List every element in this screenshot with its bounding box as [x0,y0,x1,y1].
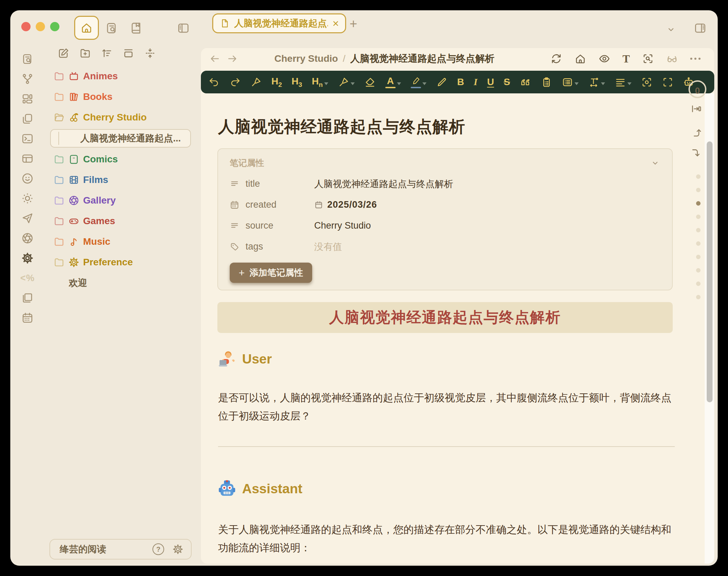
toggle-right-panel-button[interactable] [694,22,707,35]
eye-icon[interactable] [599,53,610,65]
outline-dot[interactable] [696,215,701,219]
outline-dot[interactable] [696,174,701,179]
back-button[interactable] [209,53,221,65]
code-snippet-icon[interactable]: <% [20,272,35,284]
notebook-button[interactable] [129,22,143,35]
outline-dot[interactable] [696,255,701,259]
home-icon[interactable] [575,53,586,65]
redo-button[interactable] [229,77,241,88]
calendar-icon[interactable] [21,312,34,324]
glasses-icon[interactable] [666,53,678,65]
focus-mode-button[interactable] [641,77,652,88]
gear-icon[interactable] [172,544,183,555]
scrollbar-thumb[interactable] [707,141,713,402]
sidebar-item-preference[interactable]: Preference [49,252,193,273]
zoom-window-button[interactable] [50,22,59,31]
close-window-button[interactable] [21,22,31,31]
underline-button[interactable]: U [487,77,494,87]
breadcrumb-notebook[interactable]: Cherry Studio [274,53,338,64]
terminal-icon[interactable] [21,133,34,145]
more-icon[interactable] [690,58,701,60]
outline-dot[interactable] [696,241,701,246]
theme-icon[interactable] [21,192,34,205]
outline-dot-active[interactable] [696,201,701,206]
format-painter-button[interactable] [250,77,262,88]
search-notes-button[interactable] [105,22,118,35]
layout-icon[interactable] [21,152,34,165]
sidebar-item-books[interactable]: Books [49,87,193,107]
home-button[interactable] [74,16,99,40]
attribute-value[interactable]: Cherry Studio [314,220,371,231]
italic-button[interactable]: I [474,77,477,87]
attribute-row-tags[interactable]: tags 没有值 [230,236,660,257]
quote-button[interactable] [520,77,531,88]
typography-icon[interactable]: T [623,53,630,65]
chevron-down-icon[interactable] [650,158,660,168]
bold-button[interactable]: B [457,77,464,87]
text-spacing-button[interactable] [588,77,605,88]
document-title[interactable]: 人脑视觉神经通路起点与终点解析 [218,116,465,138]
line-height-button[interactable] [615,77,632,88]
sidebar-item-comics[interactable]: Comics [49,149,193,170]
sort-icon[interactable] [101,47,113,59]
outline-dot[interactable] [696,295,701,299]
page-width-button[interactable] [690,103,703,115]
attribute-row-title[interactable]: title 人脑视觉神经通路起点与终点解析 [230,173,660,194]
new-tab-button[interactable]: + [350,17,357,30]
forward-button[interactable] [226,53,238,65]
highlight-button[interactable] [411,76,426,88]
collapse-all-icon[interactable] [144,47,156,59]
ink-pen-button[interactable] [436,77,447,88]
outline-dot[interactable] [696,268,701,273]
sidebar-note-selected[interactable]: 人脑视觉神经通路起点... [50,129,191,148]
heading-n-button[interactable]: Hn [312,77,328,88]
aperture-icon[interactable] [21,232,34,244]
compose-icon[interactable] [58,47,69,59]
help-icon[interactable]: ? [152,543,164,555]
sidebar-item-gallery[interactable]: Gallery [49,190,193,211]
dashboard-icon[interactable] [21,93,34,105]
sidebar-item-music[interactable]: Music [49,231,193,252]
add-attribute-button[interactable]: + 添加笔记属性 [230,263,312,283]
settings-icon[interactable] [21,252,34,264]
search-focus-icon[interactable] [642,53,654,65]
outline-dot[interactable] [696,281,701,286]
toggle-left-panel-button[interactable] [177,22,190,35]
attribute-value[interactable]: 人脑视觉神经通路起点与终点解析 [314,178,453,190]
tab-active-note[interactable]: 人脑视觉神经通路起点... × [212,13,346,33]
outline-dot[interactable] [696,188,701,192]
emoji-icon[interactable] [21,172,34,185]
style-brush-button[interactable] [338,77,355,88]
heading3-button[interactable]: H3 [292,77,302,88]
strikethrough-button[interactable]: S [504,77,510,87]
sidebar-item-animes[interactable]: Animes [49,66,193,87]
send-icon[interactable] [21,212,34,224]
copy-icon[interactable] [21,113,34,125]
sidebar-item-games[interactable]: Games [49,211,193,231]
graph-icon[interactable] [21,73,34,85]
attribute-value-empty[interactable]: 没有值 [314,241,342,253]
floating-counter-badge[interactable]: 0 [689,80,706,98]
outline-dot[interactable] [696,228,701,232]
minimize-window-button[interactable] [36,22,45,31]
undo-button[interactable] [208,77,220,88]
heading2-button[interactable]: H2 [271,77,282,88]
attribute-row-created[interactable]: created 2025/03/26 [230,194,660,215]
fullscreen-button[interactable] [662,77,673,88]
refresh-icon[interactable] [550,53,562,65]
attribute-row-source[interactable]: source Cherry Studio [230,215,660,236]
scrollbar-track[interactable] [705,93,714,564]
scroll-bottom-button[interactable] [690,148,703,159]
font-color-button[interactable]: A [385,76,401,88]
sidebar-item-films[interactable]: Films [49,170,193,190]
new-folder-icon[interactable] [79,47,91,59]
attribute-value[interactable]: 2025/03/26 [314,199,377,210]
windows-icon[interactable] [21,292,34,304]
clear-format-button[interactable] [364,77,376,88]
scroll-top-button[interactable] [690,126,703,138]
tab-list-button[interactable] [666,24,679,37]
tab-close-button[interactable]: × [332,18,339,29]
clipboard-list-button[interactable] [541,77,552,88]
search-note-icon[interactable] [21,53,34,65]
sidebar-item-welcome[interactable]: 欢迎 [49,273,193,293]
